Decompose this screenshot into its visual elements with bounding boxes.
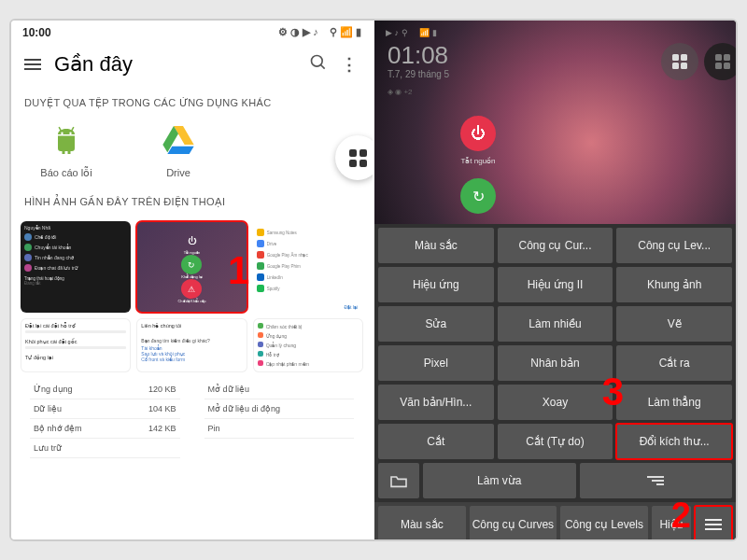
tool-levels[interactable]: Công cụ Lev...: [616, 228, 732, 263]
status-icons: ▶ ♪ ⚲ 📶 ▮: [386, 28, 437, 37]
tool-effect[interactable]: Hiệu ứng: [378, 267, 494, 302]
section-browse-apps: DUYỆT QUA TỆP TRONG CÁC ỨNG DỤNG KHÁC: [11, 90, 373, 119]
annotation-3: 3: [602, 370, 624, 414]
thumbnail-1[interactable]: Nguyễn Nhã Chế độ tối Chuyển tài khoản T…: [21, 221, 131, 313]
folder-button[interactable]: [378, 463, 419, 498]
link: Cổ front và kiểu form: [141, 357, 242, 362]
grid-view-fab[interactable]: [335, 135, 373, 180]
card-subtitle: Bạn đang tìm kiếm điều gì khác?: [141, 338, 242, 343]
status-time: 10:00: [22, 26, 51, 39]
thumbnail-5[interactable]: Liên hệ chúng tôi Bạn đang tìm kiếm điều…: [136, 318, 247, 372]
svg-point-0: [312, 55, 323, 66]
tool-color[interactable]: Màu sắc: [378, 228, 494, 263]
section-recent-images: HÌNH ẢNH GẦN ĐÂY TRÊN ĐIỆN THOẠI: [11, 189, 373, 217]
tool-text[interactable]: Văn bản/Hìn...: [378, 385, 494, 420]
card-title: Đặt lại cài đặt hỗ trợ: [25, 323, 126, 329]
tool-resize-selected[interactable]: Đổi kích thư...: [616, 424, 732, 459]
tool-multi[interactable]: Làm nhiều: [498, 306, 613, 342]
item: Quản lý chung: [266, 343, 296, 348]
app-label: Drive: [166, 167, 190, 178]
menu-icon: [705, 519, 722, 530]
list-item[interactable]: Mở dữ liệu: [204, 380, 355, 399]
power-off-icon: ⏻: [460, 116, 496, 151]
power-icon: ⏻: [181, 231, 202, 250]
list-item[interactable]: Dữ liệu104 KB: [30, 399, 180, 419]
item: Hỗ trợ: [266, 352, 279, 357]
thumbnail-4[interactable]: Đặt lại cài đặt hỗ trợ Khôi phục cài đặt…: [21, 318, 131, 372]
list-item[interactable]: Bộ nhớ đệm142 KB: [30, 419, 180, 439]
bottom-menu-selected[interactable]: [695, 506, 732, 539]
status-icons: ⚙ ◑ ▶ ♪ ⚲ 📶 ▮: [278, 26, 361, 39]
tool-frame[interactable]: Khung ảnh: [616, 267, 732, 302]
bottom-list-right: Mở dữ liệu Mở dữ liệu di động Pin: [195, 376, 364, 458]
tool-straighten[interactable]: Làm thẳng: [616, 385, 732, 420]
power-column: ⏻ Tắt nguồn ↻: [460, 116, 496, 214]
item: Chăm sóc thiết bị: [266, 324, 303, 329]
tool-grid: Màu sắc Công cụ Cur... Công cụ Lev... Hi…: [374, 224, 736, 463]
bottom-levels[interactable]: Công cụ Levels: [560, 506, 648, 539]
tool-cutout[interactable]: Cắt ra: [616, 345, 732, 381]
list-item[interactable]: Ứng dụng120 KB: [30, 380, 180, 399]
lock-date: T.7, 29 tháng 5: [388, 69, 449, 79]
thumbnail-grid: Nguyễn Nhã Chế độ tối Chuyển tài khoản T…: [11, 217, 373, 376]
emergency-label: Chế độ Khẩn cấp: [177, 299, 205, 303]
tool-fix[interactable]: Sửa: [378, 306, 494, 342]
bottom-list-left: Ứng dụng120 KB Dữ liệu104 KB Bộ nhớ đệm1…: [21, 376, 190, 458]
grid-fab-dark[interactable]: [704, 43, 736, 80]
tool-crop[interactable]: Cắt: [378, 424, 494, 459]
tool-draw[interactable]: Vẽ: [616, 306, 732, 342]
app-drive[interactable]: Drive: [146, 119, 211, 179]
list-item[interactable]: Pin: [204, 419, 355, 439]
list-item[interactable]: Mở dữ liệu di động: [204, 399, 355, 419]
app-row: Báo cáo lỗi Drive: [11, 119, 373, 189]
power-off-label: Tắt nguồn: [460, 157, 495, 165]
android-icon: [45, 119, 88, 161]
annotation-1: 1: [228, 248, 249, 293]
tool-fit[interactable]: Làm vừa: [423, 463, 576, 498]
app-header: Gần đây ⋮: [11, 45, 373, 90]
bottom-color[interactable]: Màu sắc: [378, 506, 466, 539]
app-bug-report[interactable]: Báo cáo lỗi: [34, 119, 99, 179]
mini-icons: ◈ ◉ +2: [388, 88, 413, 96]
editor-preview: ▶ ♪ ⚲ 📶 ▮ 01:08 T.7, 29 tháng 5 ◈ ◉ +2 ⏻…: [374, 21, 736, 224]
sort-button[interactable]: [580, 463, 733, 498]
annotation-2: 2: [671, 496, 691, 536]
tool-curves[interactable]: Công cụ Cur...: [498, 228, 613, 263]
page-title: Gần đây: [54, 52, 296, 77]
left-screenshot: 10:00 ⚙ ◑ ▶ ♪ ⚲ 📶 ▮ Gần đây ⋮ DUYỆT QUA …: [11, 21, 373, 539]
tool-rotate[interactable]: Xoay: [498, 385, 613, 420]
more-icon[interactable]: ⋮: [341, 54, 359, 75]
tool-effect2[interactable]: Hiệu ứng II: [498, 267, 613, 302]
search-icon[interactable]: [309, 53, 328, 77]
card-title: Tự động lại: [25, 355, 126, 360]
emergency-icon: ⚠: [181, 279, 202, 299]
lock-time: 01:08: [388, 41, 448, 70]
thumbnail-6[interactable]: Chăm sóc thiết bị Ứng dụng Quản lý chung…: [253, 318, 363, 372]
drive-icon: [157, 119, 200, 161]
card-title: Khôi phục cài đặt gốc: [25, 339, 126, 344]
menu-icon[interactable]: [24, 59, 41, 70]
item: Ứng dụng: [266, 333, 287, 339]
tool-freecrop[interactable]: Cắt (Tự do): [498, 424, 613, 459]
thumbnail-3[interactable]: Samsung Notes Drive Google Play Âm nhạc …: [253, 221, 363, 313]
list-item[interactable]: Lưu trữ: [30, 439, 180, 458]
grid-fab-overlay[interactable]: [661, 43, 698, 80]
app-label: Báo cáo lỗi: [40, 167, 92, 179]
tool-pixel[interactable]: Pixel: [378, 345, 494, 381]
item: Cập nhật phần mềm: [266, 361, 309, 367]
bottom-curves[interactable]: Công cụ Curves: [470, 506, 557, 539]
card-title: Liên hệ chúng tôi: [141, 323, 242, 329]
restart-icon: ↻: [181, 255, 202, 274]
svg-line-1: [321, 64, 325, 68]
right-screenshot: ▶ ♪ ⚲ 📶 ▮ 01:08 T.7, 29 tháng 5 ◈ ◉ +2 ⏻…: [374, 21, 736, 539]
restart-icon: ↻: [460, 178, 496, 214]
tool-clone[interactable]: Nhân bản: [498, 345, 613, 381]
status-bar: 10:00 ⚙ ◑ ▶ ♪ ⚲ 📶 ▮: [11, 21, 373, 45]
